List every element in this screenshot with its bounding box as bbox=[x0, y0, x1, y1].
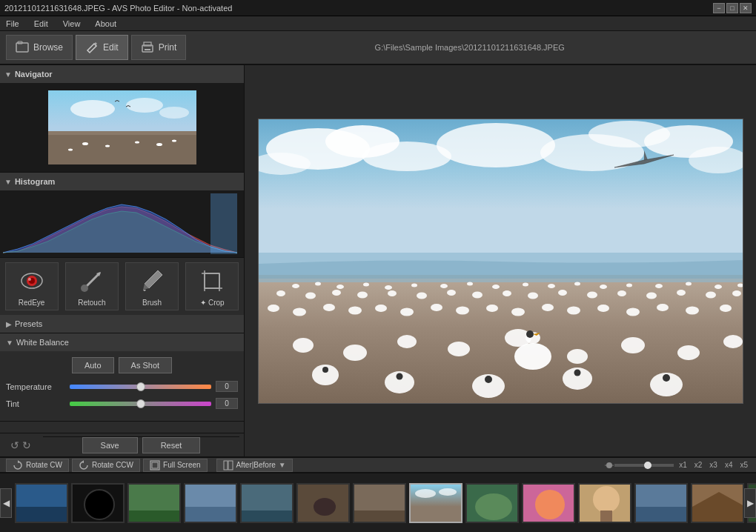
filmstrip-thumb-1[interactable] bbox=[15, 483, 68, 523]
temperature-thumb[interactable] bbox=[136, 382, 145, 391]
filmstrip-thumb-7[interactable] bbox=[353, 483, 406, 523]
print-button[interactable]: Print bbox=[131, 35, 187, 60]
svg-point-42 bbox=[315, 282, 321, 285]
tint-thumb[interactable] bbox=[136, 399, 145, 408]
minimize-button[interactable]: − bbox=[713, 3, 725, 13]
full-screen-button[interactable]: Full Screen bbox=[143, 459, 208, 472]
navigator-section: ▼ Navigator bbox=[0, 65, 244, 173]
browse-button[interactable]: Browse bbox=[6, 35, 73, 60]
menu-file[interactable]: File bbox=[3, 18, 22, 30]
presets-arrow: ▶ bbox=[6, 320, 12, 328]
filmstrip-thumb-11[interactable] bbox=[578, 483, 631, 523]
maximize-button[interactable]: □ bbox=[726, 3, 738, 13]
crop-tool[interactable]: ✦ Crop bbox=[185, 262, 239, 310]
after-before-dropdown[interactable]: ▼ bbox=[279, 461, 286, 469]
close-button[interactable]: ✕ bbox=[740, 3, 752, 13]
tint-value[interactable]: 0 bbox=[216, 398, 238, 409]
main-image-panel bbox=[245, 65, 756, 456]
retouch-tool[interactable]: Retouch bbox=[65, 262, 119, 310]
filmstrip-thumb-6[interactable] bbox=[296, 483, 350, 523]
filmstrip-thumb-13[interactable] bbox=[691, 483, 744, 523]
filmstrip-thumb-12[interactable] bbox=[634, 483, 688, 523]
navigator-header[interactable]: ▼ Navigator bbox=[0, 65, 244, 83]
svg-point-99 bbox=[621, 337, 645, 353]
svg-point-82 bbox=[431, 304, 442, 311]
temperature-value[interactable]: 0 bbox=[216, 381, 238, 392]
svg-point-15 bbox=[68, 149, 73, 151]
svg-point-63 bbox=[388, 290, 397, 296]
filmstrip-thumb-5[interactable] bbox=[240, 483, 294, 523]
temperature-slider[interactable] bbox=[70, 385, 211, 389]
brush-tool[interactable]: Brush bbox=[125, 262, 179, 310]
svg-point-81 bbox=[400, 307, 414, 316]
navigator-label: Navigator bbox=[15, 70, 53, 79]
svg-point-144 bbox=[593, 486, 620, 513]
zoom-x2[interactable]: x2 bbox=[692, 460, 705, 470]
svg-point-12 bbox=[105, 145, 110, 147]
reset-button[interactable]: Reset bbox=[142, 437, 201, 453]
filmstrip-prev[interactable]: ◀ bbox=[0, 488, 12, 518]
presets-section: ▶ Presets bbox=[0, 315, 244, 333]
redo-button[interactable]: ↻ bbox=[22, 439, 31, 451]
rotate-cw-button[interactable]: Rotate CW bbox=[6, 459, 69, 472]
window-controls: − □ ✕ bbox=[713, 3, 752, 13]
zoom-slider-wrap bbox=[604, 460, 674, 471]
presets-header[interactable]: ▶ Presets bbox=[0, 315, 244, 333]
undo-button[interactable]: ↺ bbox=[10, 439, 19, 451]
filmstrip-thumb-4[interactable] bbox=[184, 483, 237, 523]
svg-rect-119 bbox=[224, 461, 228, 470]
svg-point-41 bbox=[292, 284, 299, 288]
svg-point-85 bbox=[511, 307, 525, 316]
svg-point-11 bbox=[82, 142, 88, 145]
histogram-arrow: ▼ bbox=[4, 178, 12, 186]
tint-slider[interactable] bbox=[70, 402, 211, 406]
svg-rect-135 bbox=[354, 511, 406, 523]
filmstrip-thumb-2[interactable] bbox=[71, 483, 125, 523]
redeye-tool[interactable]: RedEye bbox=[5, 262, 59, 310]
histogram-svg bbox=[3, 193, 237, 254]
menu-about[interactable]: About bbox=[92, 18, 119, 30]
after-before-button[interactable]: After|Before ▼ bbox=[216, 459, 293, 472]
zoom-thumb[interactable] bbox=[644, 462, 651, 469]
zoom-controls: x1 x2 x3 x4 x5 bbox=[604, 460, 750, 471]
filmstrip-thumb-9[interactable] bbox=[465, 483, 519, 523]
white-balance-header[interactable]: ▼ White Balance bbox=[0, 333, 244, 351]
filmstrip-thumb-3[interactable] bbox=[127, 483, 181, 523]
zoom-x1[interactable]: x1 bbox=[677, 460, 689, 470]
zoom-slider[interactable] bbox=[614, 464, 674, 467]
svg-point-23 bbox=[81, 285, 88, 292]
wb-asshot-button[interactable]: As Shot bbox=[119, 357, 173, 373]
svg-point-49 bbox=[492, 285, 500, 289]
wb-auto-button[interactable]: Auto bbox=[72, 357, 114, 373]
svg-point-57 bbox=[714, 285, 722, 289]
filmstrip-thumb-10[interactable] bbox=[522, 483, 575, 523]
svg-point-93 bbox=[293, 338, 314, 353]
menu-edit[interactable]: Edit bbox=[31, 18, 51, 30]
edit-icon bbox=[85, 41, 99, 54]
svg-point-79 bbox=[348, 306, 362, 314]
zoom-x3[interactable]: x3 bbox=[707, 460, 720, 470]
svg-point-122 bbox=[606, 462, 612, 468]
svg-rect-147 bbox=[636, 507, 688, 523]
filmstrip-next[interactable]: ▶ bbox=[744, 488, 756, 518]
svg-point-46 bbox=[411, 283, 417, 287]
svg-point-133 bbox=[314, 498, 336, 516]
filmstrip-thumb-8[interactable] bbox=[409, 483, 462, 523]
histogram-header[interactable]: ▼ Histogram bbox=[0, 173, 244, 190]
edit-button[interactable]: Edit bbox=[76, 35, 128, 60]
svg-point-48 bbox=[467, 282, 473, 285]
rotate-ccw-button[interactable]: Rotate CCW bbox=[72, 459, 140, 472]
save-button[interactable]: Save bbox=[82, 437, 138, 453]
zoom-x4[interactable]: x4 bbox=[723, 460, 735, 470]
wb-content: Auto As Shot Temperature 0 Tint bbox=[0, 351, 244, 421]
zoom-x5[interactable]: x5 bbox=[737, 460, 750, 470]
menu-view[interactable]: View bbox=[60, 18, 84, 30]
svg-point-14 bbox=[156, 143, 162, 146]
svg-point-62 bbox=[357, 291, 368, 298]
svg-point-67 bbox=[503, 290, 511, 296]
svg-point-101 bbox=[723, 335, 743, 348]
svg-point-77 bbox=[293, 307, 306, 316]
svg-rect-145 bbox=[600, 511, 612, 523]
svg-point-126 bbox=[84, 490, 114, 519]
svg-point-74 bbox=[706, 291, 716, 298]
